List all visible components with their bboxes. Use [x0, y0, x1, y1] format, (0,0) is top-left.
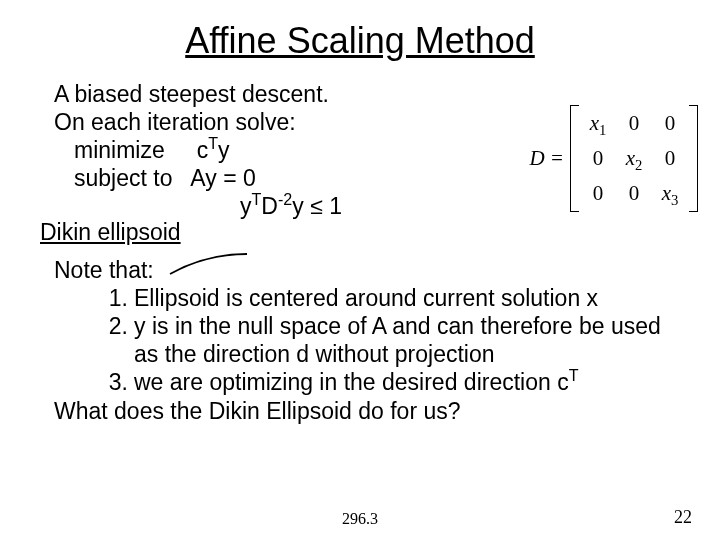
cell-r2c2: x2 — [625, 146, 643, 171]
cell-r2c1: 0 — [589, 146, 607, 171]
footer-course-number: 296.3 — [0, 510, 720, 528]
constraint-y1: y — [240, 193, 252, 219]
note-item-1: 1. Ellipsoid is centered around current … — [30, 284, 690, 312]
subject-label: subject to — [74, 165, 172, 191]
note-3-text: we are optimizing in the desired directi… — [134, 368, 690, 396]
cell-r1c1-sub: 1 — [599, 122, 606, 138]
note-item-3: 3. we are optimizing in the desired dire… — [30, 368, 690, 396]
minimize-y: y — [218, 137, 230, 163]
bracket-left — [570, 105, 579, 212]
cell-r3c3-x: x — [662, 181, 671, 205]
note-3-text-sup: T — [569, 367, 579, 385]
note-item-2: 2. y is in the null space of A and can t… — [30, 312, 690, 368]
note-1-text: Ellipsoid is centered around current sol… — [134, 284, 690, 312]
constraint-tail: y ≤ 1 — [292, 193, 342, 219]
constraint-expr: yTD-2y ≤ 1 — [240, 193, 342, 219]
cell-r3c2: 0 — [625, 181, 643, 206]
cell-r1c1: x1 — [589, 111, 607, 136]
cell-r2c3: 0 — [661, 146, 679, 171]
minimize-expr: cTy — [197, 137, 230, 163]
bracket-right — [689, 105, 698, 212]
cell-r1c2: 0 — [625, 111, 643, 136]
cell-r1c3: 0 — [661, 111, 679, 136]
cell-r3c3-sub: 3 — [671, 192, 678, 208]
minimize-sup: T — [208, 134, 218, 152]
dikin-label-row: Dikin ellipsoid — [30, 218, 690, 246]
cell-r2c2-sub: 2 — [635, 157, 642, 173]
note-1-number: 1. — [100, 284, 128, 312]
note-3-text-pre: we are optimizing in the desired directi… — [134, 369, 569, 395]
matrix-lhs: D = — [529, 146, 564, 171]
matrix-cells: x1 0 0 0 x2 0 0 0 x3 — [579, 105, 689, 212]
closing-question: What does the Dikin Ellipsoid do for us? — [30, 397, 690, 425]
cell-r2c2-x: x — [626, 146, 635, 170]
dikin-ellipsoid-label: Dikin ellipsoid — [40, 219, 181, 245]
slide: Affine Scaling Method A biased steepest … — [0, 0, 720, 540]
note-label: Note that: — [30, 256, 690, 284]
constraint-sup1: T — [252, 191, 262, 209]
note-2-text: y is in the null space of A and can ther… — [134, 312, 690, 368]
note-2-number: 2. — [100, 312, 128, 368]
slide-title: Affine Scaling Method — [30, 20, 690, 62]
matrix-body: x1 0 0 0 x2 0 0 0 x3 — [570, 105, 698, 212]
matrix-d: D = x1 0 0 0 x2 0 0 0 x3 — [529, 105, 698, 212]
subject-expr: Ay = 0 — [190, 165, 255, 191]
footer-page-number: 22 — [674, 507, 692, 528]
intro-line-1: A biased steepest descent. — [30, 80, 690, 108]
note-3-number: 3. — [100, 368, 128, 396]
constraint-d: D — [261, 193, 278, 219]
cell-r1c1-x: x — [590, 111, 599, 135]
notes-block: Note that: 1. Ellipsoid is centered arou… — [30, 256, 690, 424]
cell-r3c3: x3 — [661, 181, 679, 206]
minimize-c: c — [197, 137, 209, 163]
minimize-label: minimize — [74, 137, 165, 163]
constraint-sup2: -2 — [278, 191, 292, 209]
cell-r3c1: 0 — [589, 181, 607, 206]
